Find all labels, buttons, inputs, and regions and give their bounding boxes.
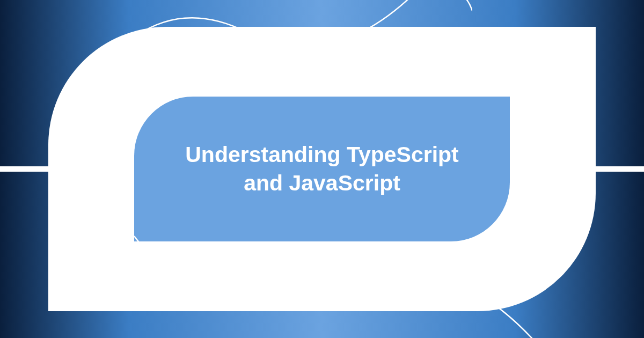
inner-title-panel: Understanding TypeScript and JavaScript	[134, 97, 510, 241]
outer-card-shape: Understanding TypeScript and JavaScript	[48, 27, 596, 311]
banner-title: Understanding TypeScript and JavaScript	[166, 141, 478, 198]
